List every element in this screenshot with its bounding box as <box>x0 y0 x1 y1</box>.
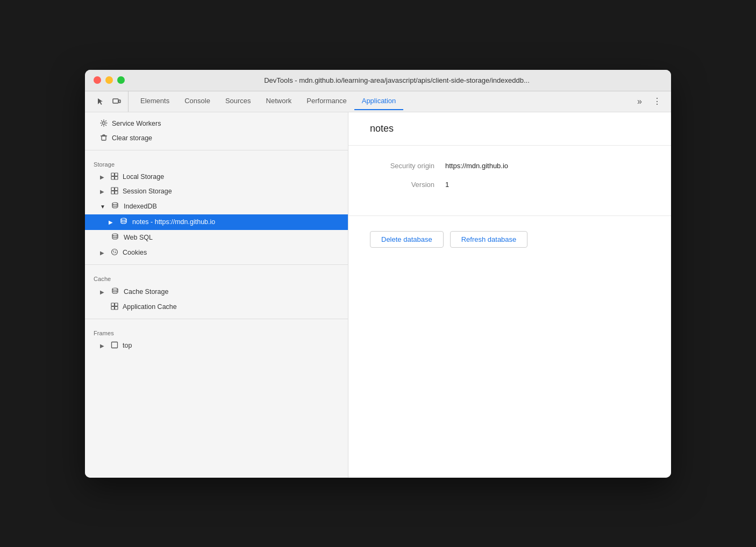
svg-rect-6 <box>111 176 115 179</box>
arrow-indexeddb: ▼ <box>100 204 106 210</box>
delete-database-button[interactable]: Delete database <box>370 231 444 248</box>
cookie-icon <box>111 248 118 257</box>
svg-rect-23 <box>111 306 115 310</box>
window-title: DevTools - mdn.github.io/learning-area/j… <box>131 76 662 84</box>
svg-rect-3 <box>102 136 106 140</box>
sidebar-item-cache-storage[interactable]: ▶ Cache Storage <box>85 284 348 300</box>
svg-point-20 <box>112 288 118 290</box>
svg-point-18 <box>113 252 115 253</box>
title-bar: DevTools - mdn.github.io/learning-area/j… <box>85 70 671 91</box>
tab-performance[interactable]: Performance <box>299 92 354 110</box>
grid-icon-app-cache <box>111 303 118 312</box>
frame-icon <box>111 341 118 350</box>
arrow-local-storage: ▶ <box>100 174 106 180</box>
arrow-notes-db: ▶ <box>109 219 115 225</box>
svg-point-15 <box>112 249 118 255</box>
frames-section-label: Frames <box>85 323 348 339</box>
tab-application[interactable]: Application <box>354 92 404 110</box>
version-value: 1 <box>445 181 449 189</box>
security-origin-row: Security origin https://mdn.github.io <box>370 162 650 170</box>
sidebar-divider-2 <box>85 264 348 265</box>
tab-network[interactable]: Network <box>259 92 299 110</box>
cache-storage-label: Cache Storage <box>124 288 168 296</box>
session-storage-label: Session Storage <box>123 188 172 195</box>
svg-rect-24 <box>115 306 118 310</box>
cookies-label: Cookies <box>123 249 147 256</box>
more-tabs-button[interactable]: » <box>632 92 647 111</box>
tab-console[interactable]: Console <box>177 92 218 110</box>
main-content: Service Workers Clear storage Storage ▶ <box>85 112 671 478</box>
app-cache-label: Application Cache <box>123 303 177 311</box>
svg-rect-9 <box>115 188 118 191</box>
svg-rect-5 <box>115 173 118 176</box>
grid-icon-local <box>111 172 118 182</box>
arrow-cookies: ▶ <box>100 250 106 256</box>
sidebar-item-service-workers[interactable]: Service Workers <box>85 117 348 131</box>
indexeddb-label: IndexedDB <box>124 203 157 210</box>
version-label: Version <box>370 181 434 189</box>
notes-db-label: notes - https://mdn.github.io <box>132 218 215 226</box>
sidebar-item-top[interactable]: ▶ top <box>85 339 348 353</box>
sidebar-item-indexeddb[interactable]: ▼ IndexedDB <box>85 199 348 214</box>
detail-info-section: Security origin https://mdn.github.io Ve… <box>348 146 671 216</box>
svg-point-17 <box>115 250 116 251</box>
sidebar-item-session-storage[interactable]: ▶ Session Storage <box>85 184 348 199</box>
trash-icon <box>100 134 108 143</box>
arrow-top: ▶ <box>100 343 106 349</box>
svg-rect-21 <box>111 303 115 306</box>
tab-icon-group <box>89 91 129 112</box>
svg-point-16 <box>113 250 114 251</box>
svg-rect-22 <box>115 303 118 306</box>
refresh-database-button[interactable]: Refresh database <box>450 231 528 248</box>
cursor-icon-button[interactable] <box>94 95 108 109</box>
maximize-button[interactable] <box>117 76 125 84</box>
svg-rect-4 <box>111 173 115 176</box>
version-row: Version 1 <box>370 181 650 189</box>
svg-rect-0 <box>113 99 118 103</box>
svg-rect-10 <box>111 191 115 194</box>
svg-rect-7 <box>115 176 118 179</box>
db-icon-indexed <box>111 201 119 212</box>
service-workers-label: Service Workers <box>112 120 161 127</box>
grid-icon-session <box>111 187 118 196</box>
close-button[interactable] <box>94 76 101 84</box>
sidebar-item-local-storage[interactable]: ▶ Local Storage <box>85 170 348 184</box>
sidebar-item-notes-db[interactable]: ▶ notes - https://mdn.github.io <box>85 214 348 230</box>
db-title: notes <box>348 112 671 146</box>
sidebar-divider-3 <box>85 319 348 319</box>
tab-bar: Elements Console Sources Network Perform… <box>85 91 671 112</box>
svg-point-12 <box>112 203 118 205</box>
web-sql-label: Web SQL <box>124 234 153 241</box>
gear-icon <box>100 119 108 128</box>
svg-point-2 <box>103 121 105 124</box>
sidebar-divider-1 <box>85 150 348 150</box>
tab-sources[interactable]: Sources <box>218 92 259 110</box>
devtools-window: DevTools - mdn.github.io/learning-area/j… <box>85 70 671 478</box>
svg-rect-8 <box>111 188 115 191</box>
devtools-menu-button[interactable]: ⋮ <box>647 92 667 111</box>
top-label: top <box>123 342 132 349</box>
db-icon-web-sql <box>111 233 119 243</box>
clear-storage-label: Clear storage <box>112 134 152 142</box>
sidebar-item-cookies[interactable]: ▶ Cookies <box>85 246 348 260</box>
tab-list: Elements Console Sources Network Perform… <box>133 92 632 110</box>
security-origin-value: https://mdn.github.io <box>445 162 508 170</box>
tab-elements[interactable]: Elements <box>133 92 177 110</box>
db-icon-cache <box>111 287 119 297</box>
sidebar-item-web-sql[interactable]: ▶ Web SQL <box>85 230 348 246</box>
svg-point-13 <box>121 218 126 220</box>
sidebar-item-app-cache[interactable]: ▶ Application Cache <box>85 300 348 314</box>
minimize-button[interactable] <box>105 76 113 84</box>
device-icon-button[interactable] <box>110 95 124 109</box>
sidebar: Service Workers Clear storage Storage ▶ <box>85 112 348 478</box>
arrow-session-storage: ▶ <box>100 189 106 195</box>
local-storage-label: Local Storage <box>123 173 164 181</box>
svg-rect-11 <box>115 191 118 194</box>
storage-section-label: Storage <box>85 155 348 170</box>
security-origin-label: Security origin <box>370 162 434 170</box>
svg-point-14 <box>112 234 118 236</box>
sidebar-item-clear-storage[interactable]: Clear storage <box>85 131 348 146</box>
svg-point-19 <box>115 252 116 253</box>
cache-section-label: Cache <box>85 269 348 284</box>
window-controls <box>94 76 125 84</box>
